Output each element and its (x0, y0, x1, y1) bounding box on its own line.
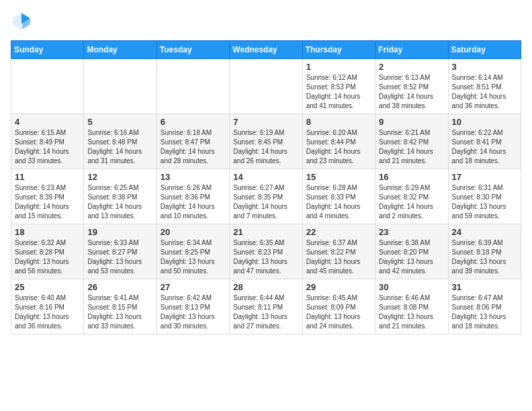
day-info: Sunrise: 6:46 AMSunset: 8:08 PMDaylight:… (379, 293, 444, 331)
day-info: Sunrise: 6:32 AMSunset: 8:28 PMDaylight:… (15, 238, 80, 276)
calendar-cell: 8Sunrise: 6:20 AMSunset: 8:44 PMDaylight… (302, 114, 375, 169)
calendar-cell (11, 59, 84, 114)
day-number: 12 (87, 172, 152, 182)
day-info: Sunrise: 6:12 AMSunset: 8:53 PMDaylight:… (306, 73, 371, 111)
day-info: Sunrise: 6:35 AMSunset: 8:23 PMDaylight:… (233, 238, 298, 276)
day-number: 5 (87, 117, 152, 127)
day-info: Sunrise: 6:39 AMSunset: 8:18 PMDaylight:… (452, 238, 517, 276)
day-number: 22 (306, 227, 371, 237)
calendar-cell: 14Sunrise: 6:27 AMSunset: 8:35 PMDayligh… (230, 169, 302, 224)
day-number: 3 (452, 62, 517, 72)
day-number: 16 (379, 172, 444, 182)
calendar-cell: 29Sunrise: 6:45 AMSunset: 8:09 PMDayligh… (302, 279, 375, 334)
calendar-cell: 4Sunrise: 6:15 AMSunset: 8:49 PMDaylight… (11, 114, 84, 169)
calendar-cell: 25Sunrise: 6:40 AMSunset: 8:16 PMDayligh… (11, 279, 84, 334)
calendar-header-wednesday: Wednesday (230, 41, 302, 59)
calendar-cell: 15Sunrise: 6:28 AMSunset: 8:33 PMDayligh… (302, 169, 375, 224)
day-info: Sunrise: 6:27 AMSunset: 8:35 PMDaylight:… (233, 183, 298, 221)
calendar-week-row: 11Sunrise: 6:23 AMSunset: 8:39 PMDayligh… (11, 169, 521, 224)
day-number: 2 (379, 62, 444, 72)
calendar-cell: 16Sunrise: 6:29 AMSunset: 8:32 PMDayligh… (375, 169, 448, 224)
calendar-week-row: 4Sunrise: 6:15 AMSunset: 8:49 PMDaylight… (11, 114, 521, 169)
calendar-cell: 18Sunrise: 6:32 AMSunset: 8:28 PMDayligh… (11, 224, 84, 279)
day-info: Sunrise: 6:22 AMSunset: 8:41 PMDaylight:… (452, 128, 517, 166)
day-info: Sunrise: 6:19 AMSunset: 8:45 PMDaylight:… (233, 128, 298, 166)
day-info: Sunrise: 6:21 AMSunset: 8:42 PMDaylight:… (379, 128, 444, 166)
calendar-cell: 19Sunrise: 6:33 AMSunset: 8:27 PMDayligh… (84, 224, 157, 279)
calendar-cell: 3Sunrise: 6:14 AMSunset: 8:51 PMDaylight… (448, 59, 521, 114)
day-info: Sunrise: 6:28 AMSunset: 8:33 PMDaylight:… (306, 183, 371, 221)
day-info: Sunrise: 6:34 AMSunset: 8:25 PMDaylight:… (161, 238, 226, 276)
day-number: 9 (379, 117, 444, 127)
calendar-header-saturday: Saturday (448, 41, 521, 59)
calendar-cell: 5Sunrise: 6:16 AMSunset: 8:48 PMDaylight… (84, 114, 157, 169)
calendar-cell: 31Sunrise: 6:47 AMSunset: 8:06 PMDayligh… (448, 279, 521, 334)
calendar-cell: 13Sunrise: 6:26 AMSunset: 8:36 PMDayligh… (157, 169, 229, 224)
calendar-cell: 24Sunrise: 6:39 AMSunset: 8:18 PMDayligh… (448, 224, 521, 279)
day-number: 17 (452, 172, 517, 182)
day-number: 15 (306, 172, 371, 182)
calendar-cell: 22Sunrise: 6:37 AMSunset: 8:22 PMDayligh… (302, 224, 375, 279)
logo (11, 11, 35, 32)
day-info: Sunrise: 6:29 AMSunset: 8:32 PMDaylight:… (379, 183, 444, 221)
calendar-cell: 23Sunrise: 6:38 AMSunset: 8:20 PMDayligh… (375, 224, 448, 279)
day-info: Sunrise: 6:42 AMSunset: 8:13 PMDaylight:… (161, 293, 226, 331)
day-info: Sunrise: 6:38 AMSunset: 8:20 PMDaylight:… (379, 238, 444, 276)
day-number: 14 (233, 172, 298, 182)
day-info: Sunrise: 6:25 AMSunset: 8:38 PMDaylight:… (87, 183, 152, 221)
calendar-week-row: 18Sunrise: 6:32 AMSunset: 8:28 PMDayligh… (11, 224, 521, 279)
calendar-header-monday: Monday (84, 41, 157, 59)
calendar-cell: 28Sunrise: 6:44 AMSunset: 8:11 PMDayligh… (230, 279, 302, 334)
page-header (11, 11, 521, 32)
calendar-header-friday: Friday (375, 41, 448, 59)
day-info: Sunrise: 6:14 AMSunset: 8:51 PMDaylight:… (452, 73, 517, 111)
day-number: 27 (161, 282, 226, 292)
calendar-cell: 10Sunrise: 6:22 AMSunset: 8:41 PMDayligh… (448, 114, 521, 169)
day-info: Sunrise: 6:40 AMSunset: 8:16 PMDaylight:… (15, 293, 80, 331)
day-number: 29 (306, 282, 371, 292)
day-number: 24 (452, 227, 517, 237)
calendar-header-thursday: Thursday (302, 41, 375, 59)
day-number: 30 (379, 282, 444, 292)
day-info: Sunrise: 6:45 AMSunset: 8:09 PMDaylight:… (306, 293, 371, 331)
calendar-cell: 20Sunrise: 6:34 AMSunset: 8:25 PMDayligh… (157, 224, 229, 279)
calendar-header-sunday: Sunday (11, 41, 84, 59)
day-number: 25 (15, 282, 80, 292)
day-info: Sunrise: 6:26 AMSunset: 8:36 PMDaylight:… (161, 183, 226, 221)
day-info: Sunrise: 6:18 AMSunset: 8:47 PMDaylight:… (161, 128, 226, 166)
day-info: Sunrise: 6:16 AMSunset: 8:48 PMDaylight:… (87, 128, 152, 166)
day-info: Sunrise: 6:47 AMSunset: 8:06 PMDaylight:… (452, 293, 517, 331)
day-number: 7 (233, 117, 298, 127)
logo-icon (11, 11, 32, 32)
calendar-cell: 9Sunrise: 6:21 AMSunset: 8:42 PMDaylight… (375, 114, 448, 169)
calendar-table: SundayMondayTuesdayWednesdayThursdayFrid… (11, 40, 521, 334)
day-info: Sunrise: 6:41 AMSunset: 8:15 PMDaylight:… (87, 293, 152, 331)
day-number: 26 (87, 282, 152, 292)
calendar-cell: 26Sunrise: 6:41 AMSunset: 8:15 PMDayligh… (84, 279, 157, 334)
calendar-cell: 17Sunrise: 6:31 AMSunset: 8:30 PMDayligh… (448, 169, 521, 224)
calendar-cell (230, 59, 302, 114)
day-info: Sunrise: 6:33 AMSunset: 8:27 PMDaylight:… (87, 238, 152, 276)
calendar-week-row: 1Sunrise: 6:12 AMSunset: 8:53 PMDaylight… (11, 59, 521, 114)
calendar-header-row: SundayMondayTuesdayWednesdayThursdayFrid… (11, 41, 521, 59)
calendar-cell (157, 59, 229, 114)
day-info: Sunrise: 6:15 AMSunset: 8:49 PMDaylight:… (15, 128, 80, 166)
day-info: Sunrise: 6:37 AMSunset: 8:22 PMDaylight:… (306, 238, 371, 276)
day-number: 23 (379, 227, 444, 237)
calendar-cell: 2Sunrise: 6:13 AMSunset: 8:52 PMDaylight… (375, 59, 448, 114)
day-number: 20 (161, 227, 226, 237)
calendar-cell: 1Sunrise: 6:12 AMSunset: 8:53 PMDaylight… (302, 59, 375, 114)
day-number: 4 (15, 117, 80, 127)
day-number: 1 (306, 62, 371, 72)
day-number: 10 (452, 117, 517, 127)
calendar-cell: 27Sunrise: 6:42 AMSunset: 8:13 PMDayligh… (157, 279, 229, 334)
day-number: 13 (161, 172, 226, 182)
calendar-cell: 21Sunrise: 6:35 AMSunset: 8:23 PMDayligh… (230, 224, 302, 279)
calendar-header-tuesday: Tuesday (157, 41, 229, 59)
day-number: 6 (161, 117, 226, 127)
day-info: Sunrise: 6:23 AMSunset: 8:39 PMDaylight:… (15, 183, 80, 221)
day-info: Sunrise: 6:13 AMSunset: 8:52 PMDaylight:… (379, 73, 444, 111)
day-number: 19 (87, 227, 152, 237)
calendar-cell: 30Sunrise: 6:46 AMSunset: 8:08 PMDayligh… (375, 279, 448, 334)
day-number: 18 (15, 227, 80, 237)
